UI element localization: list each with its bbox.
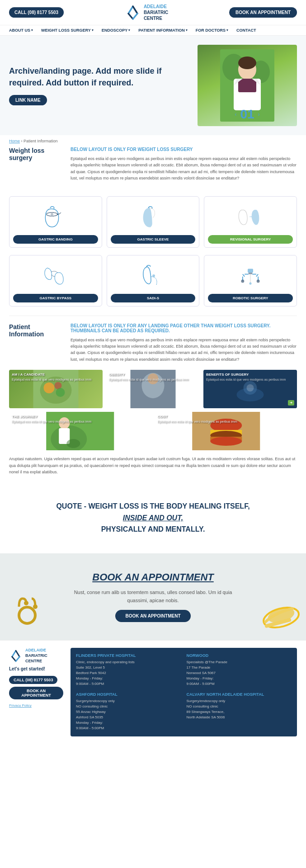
revisional-surgery-button[interactable]: REVISIONAL SURGERY [208, 235, 293, 244]
patient-card-cost[interactable]: COST Eptatqud eos estia id que vero modi… [155, 412, 297, 450]
stomach-bypass-svg [42, 263, 69, 288]
surgery-cards-row1: GASTRIC BANDING GASTRIC SLEEVE → REVISIO… [9, 196, 297, 248]
svg-rect-17 [248, 269, 253, 273]
footer-logo: ADELAIDE BARIATRIC CENTRE [9, 648, 63, 664]
next-icon[interactable]: › [258, 111, 260, 118]
gastric-bypass-button[interactable]: GASTRIC BYPASS [13, 294, 98, 302]
nav-weight-loss-surgery[interactable]: WEIGHT LOSS SURGERY ▾ [41, 28, 94, 33]
patient-info-body: Eptatqud eos estia id que vero modigens … [71, 337, 297, 363]
gastric-banding-button[interactable]: GASTRIC BANDING [13, 235, 98, 244]
patient-info-section: Patient Information BELOW LAYOUT IS ONLY… [0, 316, 306, 367]
svg-line-58 [12, 651, 16, 656]
patient-card-candidate[interactable]: AM I A CANDIDATE Eptatqud eos estia id q… [9, 370, 103, 408]
svg-point-52 [19, 607, 35, 623]
hero-image: ‹ 01 › [198, 45, 297, 126]
gastric-sleeve-button[interactable]: GASTRIC SLEEVE [111, 235, 196, 244]
svg-point-40 [247, 384, 254, 392]
location-flinders: FLINDERS PRIVATE HOSPITAL Clinic, endosc… [76, 653, 181, 687]
svg-point-33 [56, 388, 65, 397]
obesity-card-content: OBESITY Eptatqud eos estia id que vero m… [109, 373, 197, 382]
book-appointment-button-top[interactable]: BOOK AN APPOINTMENT [229, 7, 297, 18]
weight-loss-right: BELOW LAYOUT IS ONLY FOR WEIGHT LOSS SUR… [71, 147, 297, 182]
breadcrumb-home[interactable]: Home [9, 139, 20, 143]
svg-point-31 [44, 382, 55, 393]
journey-card-content: THE JOURNEY Eptatqud eos estia id que ve… [12, 415, 149, 424]
footer-call-button[interactable]: CALL (08) 8177 5503 [9, 676, 57, 684]
nav-about-us[interactable]: ABOUT US ▾ [9, 28, 33, 33]
location-ashford: ASHFORD HOSPITAL Surgery/endoscopy only … [76, 692, 181, 731]
location-calvary-details: Surgery/endoscopy only NO consulting cli… [187, 698, 292, 720]
prev-icon[interactable]: ‹ [235, 111, 236, 118]
patient-cards-row1: AM I A CANDIDATE Eptatqud eos estia id q… [9, 370, 297, 408]
svg-point-14 [51, 213, 53, 216]
footer-book-button[interactable]: BOOK AN APPOINTMENT [9, 687, 63, 699]
location-ashford-details: Surgery/endoscopy only NO consulting cli… [76, 698, 181, 731]
book-appointment-cta-button[interactable]: BOOK AN APPOINTMENT [115, 610, 190, 622]
cost-text: Eptatqud eos estia id que vero modigens … [158, 420, 295, 424]
nav-endoscopy[interactable]: ENDOSCOPY ▾ [102, 28, 131, 33]
surgery-card-gastric-banding[interactable]: GASTRIC BANDING [9, 196, 102, 248]
svg-line-1 [133, 6, 137, 14]
stomach-sleeve-svg [139, 204, 166, 229]
candidate-title: AM I A CANDIDATE [12, 373, 100, 377]
svg-line-0 [128, 6, 133, 14]
hero-section: Archive/landing page. Add more slide if … [0, 36, 306, 135]
quote-section: QUOTE - WEIGHT LOSS IS THE BODY HEALING … [0, 482, 306, 553]
surgery-card-gastric-bypass[interactable]: GASTRIC BYPASS [9, 255, 102, 307]
gastric-bypass-image [13, 261, 98, 290]
footer-logo-text: ADELAIDE BARIATRIC CENTRE [25, 648, 47, 664]
cost-title: COST [158, 415, 295, 419]
benefits-badge: ➜ [288, 400, 294, 406]
revisional-surgery-image: → [208, 202, 293, 231]
svg-rect-18 [249, 273, 253, 274]
nav-patient-information[interactable]: PATIENT INFORMATION ▾ [138, 28, 188, 33]
hero-text-area: Archive/landing page. Add more slide if … [9, 66, 198, 105]
logo[interactable]: ADELAIDE BARIATRIC CENTRE [125, 4, 168, 21]
patient-card-benefits[interactable]: BENEFITS OF SURGERY Eptatqud eos estia i… [203, 370, 297, 408]
top-bar: CALL (08) 8177 5503 ADELAIDE BARIATRIC C… [0, 0, 306, 25]
nav-contact[interactable]: CONTACT [236, 28, 256, 33]
cta-text: Nust, conse rum alib us toremtem samus, … [72, 589, 235, 604]
sadis-image [111, 261, 196, 290]
weight-loss-left: Weight loss surgery [9, 147, 63, 182]
benefits-text: Eptatqud eos estia id que vero modigens … [206, 377, 294, 382]
svg-rect-10 [238, 79, 256, 92]
svg-line-2 [128, 14, 133, 19]
chevron-down-icon: ▾ [92, 28, 94, 32]
obesity-title: OBESITY [109, 373, 197, 377]
sadis-button[interactable]: SADI-S [111, 294, 196, 302]
svg-point-54 [33, 604, 38, 609]
page-number: 01 [240, 107, 254, 122]
robotic-surgery-button[interactable]: ROBOTIC SURGERY [208, 294, 293, 302]
surgery-card-gastric-sleeve[interactable]: GASTRIC SLEEVE [107, 196, 200, 248]
patient-info-title: Patient Information [9, 323, 63, 338]
cta-section: BOOK AN APPOINTMENT Nust, conse rum alib… [0, 553, 306, 640]
call-button[interactable]: CALL (08) 8177 5503 [9, 7, 64, 18]
hero-pagination[interactable]: ‹ 01 › [235, 107, 259, 122]
location-ashford-name: ASHFORD HOSPITAL [76, 692, 181, 697]
svg-line-22 [256, 274, 258, 276]
patient-cards-row2: THE JOURNEY Eptatqud eos estia id que ve… [9, 412, 297, 450]
surgery-card-robotic[interactable]: ROBOTIC SURGERY [204, 255, 297, 307]
gastric-banding-image [13, 202, 98, 231]
logo-text: ADELAIDE BARIATRIC CENTRE [144, 4, 168, 21]
chevron-down-icon: ▾ [31, 28, 33, 32]
nav-for-doctors[interactable]: FOR DOCTORS ▾ [196, 28, 228, 33]
svg-point-51 [210, 437, 242, 446]
stomach-banding-svg [42, 204, 69, 229]
svg-point-16 [152, 274, 155, 277]
benefits-card-content: BENEFITS OF SURGERY Eptatqud eos estia i… [206, 373, 294, 382]
surgery-card-revisional[interactable]: → REVISIONAL SURGERY [204, 196, 297, 248]
svg-point-26 [257, 279, 260, 283]
gastric-sleeve-image [111, 202, 196, 231]
surgery-card-sadis[interactable]: SADI-S [107, 255, 200, 307]
obesity-text: Eptatqud eos estia id que vero modigens … [109, 377, 197, 382]
patient-card-obesity[interactable]: OBESITY Eptatqud eos estia id que vero m… [106, 370, 200, 408]
patient-card-journey[interactable]: THE JOURNEY Eptatqud eos estia id que ve… [9, 412, 151, 450]
location-calvary-name: CALVARY NORTH ADELAIDE HOSPITAL [187, 692, 292, 697]
candidate-card-content: AM I A CANDIDATE Eptatqud eos estia id q… [12, 373, 100, 382]
footer-privacy-link[interactable]: Privacy Policy [9, 703, 32, 708]
hero-link-button[interactable]: LINK NAME [9, 95, 47, 105]
svg-point-25 [241, 279, 245, 283]
location-calvary: CALVARY NORTH ADELAIDE HOSPITAL Surgery/… [187, 692, 292, 731]
